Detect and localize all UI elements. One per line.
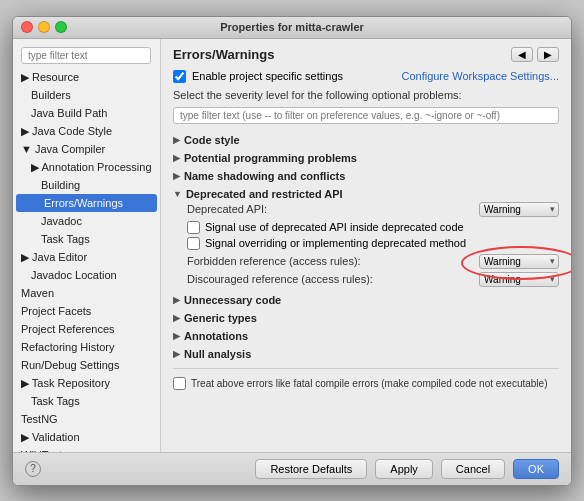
enable-settings-checkbox[interactable] [173, 70, 186, 83]
unnecessary-toggle[interactable]: ▶ Unnecessary code [173, 292, 559, 308]
null-analysis-triangle: ▶ [173, 349, 180, 359]
help-button[interactable]: ? [25, 461, 41, 477]
sidebar-item-annotation-processing[interactable]: ▶ Annotation Processing [13, 158, 160, 176]
name-shadowing-section: ▶ Name shadowing and conflicts [173, 168, 559, 184]
sidebar-item-javadoc-location[interactable]: Javadoc Location [13, 266, 160, 284]
deprecated-triangle: ▼ [173, 189, 182, 199]
signal-overriding-row: Signal overriding or implementing deprec… [187, 237, 559, 250]
sidebar-item-refactoring-history[interactable]: Refactoring History [13, 338, 160, 356]
section-title-text: Errors/Warnings [173, 47, 274, 62]
signal-deprecated-inside-checkbox[interactable] [187, 221, 200, 234]
deprecated-label: Deprecated and restricted API [186, 188, 343, 200]
potential-programming-section: ▶ Potential programming problems [173, 150, 559, 166]
sidebar-filter-input[interactable] [21, 47, 151, 64]
preference-filter-row [173, 107, 559, 124]
nav-forward-button[interactable]: ▶ [537, 47, 559, 62]
treat-errors-label: Treat above errors like fatal compile er… [191, 378, 547, 389]
null-analysis-section: ▶ Null analysis [173, 346, 559, 362]
sidebar-item-maven[interactable]: Maven [13, 284, 160, 302]
unnecessary-triangle: ▶ [173, 295, 180, 305]
cancel-button[interactable]: Cancel [441, 459, 505, 479]
sidebar-item-resource[interactable]: ▶ Resource [13, 68, 160, 86]
null-analysis-toggle[interactable]: ▶ Null analysis [173, 346, 559, 362]
sidebar-item-testng[interactable]: TestNG [13, 410, 160, 428]
annotations-toggle[interactable]: ▶ Annotations [173, 328, 559, 344]
bottom-bar: ? Restore Defaults Apply Cancel OK [13, 452, 571, 485]
bottom-right-buttons: Restore Defaults Apply Cancel OK [255, 459, 559, 479]
minimize-button[interactable] [38, 21, 50, 33]
content-area: ▶ Resource Builders Java Build Path ▶ Ja… [13, 39, 571, 452]
close-button[interactable] [21, 21, 33, 33]
restore-defaults-button[interactable]: Restore Defaults [255, 459, 367, 479]
name-shadowing-triangle: ▶ [173, 171, 180, 181]
annotations-label: Annotations [184, 330, 248, 342]
code-style-label: Code style [184, 134, 240, 146]
deprecated-toggle[interactable]: ▼ Deprecated and restricted API [173, 186, 559, 202]
generic-types-label: Generic types [184, 312, 257, 324]
treat-errors-checkbox[interactable] [173, 377, 186, 390]
potential-programming-label: Potential programming problems [184, 152, 357, 164]
sidebar-item-java-code-style[interactable]: ▶ Java Code Style [13, 122, 160, 140]
unnecessary-section: ▶ Unnecessary code [173, 292, 559, 308]
sidebar: ▶ Resource Builders Java Build Path ▶ Ja… [13, 39, 161, 452]
apply-button[interactable]: Apply [375, 459, 433, 479]
configure-workspace-link[interactable]: Configure Workspace Settings... [401, 70, 559, 82]
sidebar-item-task-tags2[interactable]: Task Tags [13, 392, 160, 410]
enable-settings-label: Enable project specific settings [192, 70, 343, 82]
ok-button[interactable]: OK [513, 459, 559, 479]
signal-deprecated-inside-row: Signal use of deprecated API inside depr… [187, 221, 559, 234]
deprecated-api-select-wrapper: Warning Ignore Error [479, 202, 559, 217]
signal-deprecated-inside-label: Signal use of deprecated API inside depr… [205, 221, 464, 233]
sidebar-item-run-debug[interactable]: Run/Debug Settings [13, 356, 160, 374]
sidebar-item-task-repository[interactable]: ▶ Task Repository [13, 374, 160, 392]
sidebar-item-java-compiler[interactable]: ▼ Java Compiler [13, 140, 160, 158]
section-header: Errors/Warnings ◀ ▶ [173, 47, 559, 62]
forbidden-reference-row: Forbidden reference (access rules): Warn… [187, 254, 559, 269]
name-shadowing-label: Name shadowing and conflicts [184, 170, 345, 182]
main-panel: Errors/Warnings ◀ ▶ Enable project speci… [161, 39, 571, 452]
generic-types-toggle[interactable]: ▶ Generic types [173, 310, 559, 326]
sidebar-item-java-editor[interactable]: ▶ Java Editor [13, 248, 160, 266]
signal-overriding-checkbox[interactable] [187, 237, 200, 250]
deprecated-content: Deprecated API: Warning Ignore Error S [173, 202, 559, 287]
code-style-toggle[interactable]: ▶ Code style [173, 132, 559, 148]
deprecated-api-select[interactable]: Warning Ignore Error [479, 202, 559, 217]
sidebar-item-project-references[interactable]: Project References [13, 320, 160, 338]
annotations-triangle: ▶ [173, 331, 180, 341]
window-title: Properties for mitta-crawler [220, 21, 364, 33]
discouraged-reference-label: Discouraged reference (access rules): [187, 273, 373, 285]
discouraged-reference-select-wrapper: Warning Ignore Error [479, 272, 559, 287]
code-style-section: ▶ Code style [173, 132, 559, 148]
preference-filter-input[interactable] [173, 107, 559, 124]
sidebar-item-javadoc[interactable]: Javadoc [13, 212, 160, 230]
sidebar-item-building[interactable]: Building [13, 176, 160, 194]
sidebar-item-project-facets[interactable]: Project Facets [13, 302, 160, 320]
name-shadowing-toggle[interactable]: ▶ Name shadowing and conflicts [173, 168, 559, 184]
potential-programming-triangle: ▶ [173, 153, 180, 163]
discouraged-reference-select[interactable]: Warning Ignore Error [479, 272, 559, 287]
deprecated-section: ▼ Deprecated and restricted API Deprecat… [173, 186, 559, 290]
null-analysis-label: Null analysis [184, 348, 251, 360]
potential-programming-toggle[interactable]: ▶ Potential programming problems [173, 150, 559, 166]
unnecessary-label: Unnecessary code [184, 294, 281, 306]
forbidden-reference-select-wrapper: Warning Ignore Error [479, 254, 559, 269]
properties-window: Properties for mitta-crawler ▶ Resource … [12, 16, 572, 486]
sidebar-item-wikitext[interactable]: WikiText [13, 446, 160, 452]
forbidden-reference-select[interactable]: Warning Ignore Error [479, 254, 559, 269]
discouraged-reference-row: Discouraged reference (access rules): Wa… [187, 272, 559, 287]
description-text: Select the severity level for the follow… [173, 89, 559, 101]
nav-back-button[interactable]: ◀ [511, 47, 533, 62]
sidebar-item-builders[interactable]: Builders [13, 86, 160, 104]
traffic-lights [21, 21, 67, 33]
sidebar-item-java-build-path[interactable]: Java Build Path [13, 104, 160, 122]
nav-actions: ◀ ▶ [511, 47, 559, 62]
maximize-button[interactable] [55, 21, 67, 33]
deprecated-api-label: Deprecated API: [187, 203, 267, 215]
sidebar-item-task-tags[interactable]: Task Tags [13, 230, 160, 248]
enable-settings-row: Enable project specific settings Configu… [173, 70, 559, 83]
sidebar-item-validation[interactable]: ▶ Validation [13, 428, 160, 446]
sidebar-item-errors-warnings[interactable]: Errors/Warnings [16, 194, 157, 212]
annotations-section: ▶ Annotations [173, 328, 559, 344]
deprecated-api-row: Deprecated API: Warning Ignore Error [187, 202, 559, 217]
separator [173, 368, 559, 369]
